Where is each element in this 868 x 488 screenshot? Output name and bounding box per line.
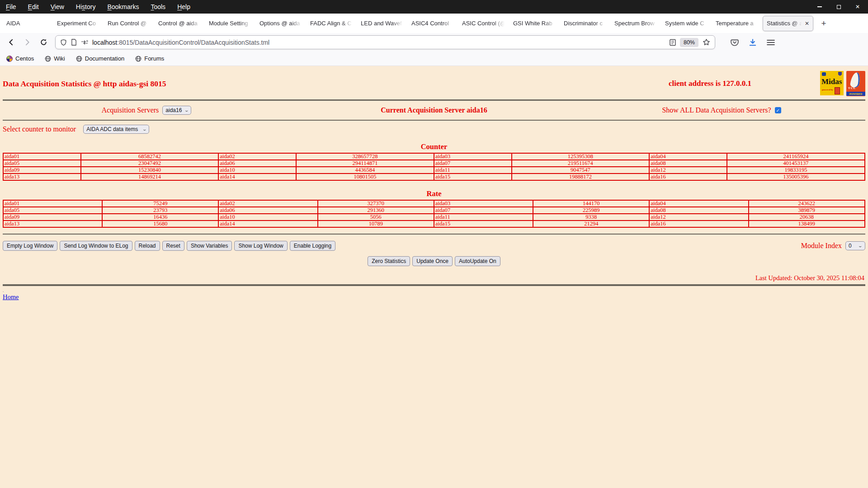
page-content: Data Acquisition Statistics @ http aidas… [0, 66, 868, 488]
new-tab-button[interactable]: + [817, 17, 830, 30]
page-header: Data Acquisition Statistics @ http aidas… [3, 66, 865, 96]
server-label-cell: aida03 [434, 200, 533, 207]
bookmark-centos[interactable]: Centos [6, 55, 34, 62]
close-button[interactable]: ✕ [854, 4, 861, 10]
tab-temperature-a[interactable]: Temperature a [712, 16, 763, 31]
show-all-servers-checkbox[interactable]: ✓ [775, 107, 781, 113]
server-label-cell: aida04 [649, 200, 748, 207]
shield-icon[interactable] [60, 39, 67, 46]
table-row: aida0168582742aida02328657728aida0312539… [3, 153, 865, 160]
empty-log-window-button[interactable]: Empty Log Window [3, 241, 57, 251]
server-label-cell: aida14 [218, 221, 317, 227]
update-controls-row: Zero StatisticsUpdate OnceAutoUpdate On [3, 256, 865, 266]
module-index-select[interactable]: 0⌄ [845, 241, 865, 250]
back-icon[interactable] [5, 36, 17, 49]
zoom-level-badge[interactable]: 80% [680, 38, 698, 47]
value-cell: 68582742 [81, 153, 219, 160]
menu-tools[interactable]: Tools [145, 3, 171, 10]
tab-control-aida[interactable]: Control @ aida [155, 16, 205, 31]
table-row: aida0915230840aida104436584aida119047547… [3, 167, 865, 174]
chevron-down-icon: ⌄ [142, 127, 147, 131]
tab-experiment-co[interactable]: Experiment Co [53, 16, 104, 31]
menu-file[interactable]: File [0, 3, 22, 10]
table-row: aida1314869214aida1410801505aida15198881… [3, 174, 865, 180]
value-cell: 15230840 [81, 167, 219, 174]
server-label-cell: aida02 [218, 200, 317, 207]
window-controls: ✕ [816, 4, 861, 10]
counter-heading: Counter [3, 142, 865, 151]
divider [3, 284, 865, 286]
tab-fadc-align-c[interactable]: FADC Align & C [307, 16, 357, 31]
enable-logging-button[interactable]: Enable Logging [290, 241, 335, 251]
value-cell: 19888172 [512, 174, 650, 180]
tab-asic-control[interactable]: ASIC Control (@ [458, 16, 509, 31]
acquisition-server-select[interactable]: aida16⌄ [162, 106, 191, 115]
server-label-cell: aida15 [434, 174, 512, 180]
tab-options-aida[interactable]: Options @ aida [256, 16, 307, 31]
value-cell: 19833195 [727, 167, 865, 174]
rate-heading: Rate [3, 189, 865, 198]
menu-view[interactable]: View [45, 3, 70, 10]
menu-history[interactable]: History [70, 3, 102, 10]
reset-button[interactable]: Reset [162, 241, 184, 251]
menu-help[interactable]: Help [171, 3, 196, 10]
tab-system-wide-c[interactable]: System wide C [661, 16, 712, 31]
tcl-powered-logo[interactable]: TCL POWERED [846, 71, 865, 96]
home-link[interactable]: Home [3, 293, 19, 301]
server-label-cell: aida05 [3, 207, 102, 214]
forward-icon[interactable] [21, 36, 33, 49]
chevron-down-icon: ⌄ [184, 108, 189, 113]
tab-spectrum-brow[interactable]: Spectrum Brow [611, 16, 661, 31]
server-label-cell: aida01 [3, 153, 81, 160]
tab-asic4-control[interactable]: ASIC4 Control [408, 16, 458, 31]
tab-statistics-a[interactable]: Statistics @ a✕ [763, 16, 813, 31]
last-updated: Last Updated: October 30, 2025 11:08:04 [3, 274, 865, 282]
server-label-cell: aida07 [434, 160, 512, 167]
server-label-cell: aida12 [649, 167, 727, 174]
downloads-icon[interactable] [749, 38, 757, 47]
reload-button[interactable]: Reload [135, 241, 160, 251]
maximize-button[interactable] [835, 4, 842, 10]
midas-logo[interactable]: Midas powered by [820, 71, 844, 95]
tab-aida[interactable]: AIDA [3, 16, 53, 31]
reader-mode-icon[interactable] [670, 39, 676, 46]
show-variables-button[interactable]: Show Variables [187, 241, 232, 251]
url-bar[interactable]: localhost:8015/DataAcquisitionControl/Da… [55, 35, 715, 49]
tab-gsi-white-rab[interactable]: GSI White Rab [509, 16, 560, 31]
tab-led-and-wavef[interactable]: LED and Wavef [357, 16, 408, 31]
update-once-button[interactable]: Update Once [412, 256, 453, 266]
menu-hamburger-icon[interactable] [767, 39, 775, 46]
minimize-button[interactable] [816, 4, 823, 10]
show-log-window-button[interactable]: Show Log Window [234, 241, 287, 251]
send-log-window-to-elog-button[interactable]: Send Log Window to ELog [60, 241, 132, 251]
value-cell: 401453137 [727, 160, 865, 167]
server-label-cell: aida01 [3, 200, 102, 207]
url-text[interactable]: localhost:8015/DataAcquisitionControl/Da… [92, 39, 665, 46]
tab-close-icon[interactable]: ✕ [805, 20, 809, 27]
value-cell: 9338 [533, 214, 649, 221]
value-cell: 16436 [102, 214, 218, 221]
page-info-icon[interactable] [71, 39, 77, 46]
server-label-cell: aida08 [649, 160, 727, 167]
tab-discriminator-c[interactable]: Discriminator c [560, 16, 611, 31]
bookmark-star-icon[interactable] [703, 38, 710, 46]
pocket-icon[interactable] [731, 38, 739, 47]
menu-edit[interactable]: Edit [22, 3, 45, 10]
zero-statistics-button[interactable]: Zero Statistics [368, 256, 410, 266]
bookmarks-toolbar: CentosWikiDocumentationForums [0, 52, 868, 66]
permissions-icon[interactable] [81, 40, 88, 45]
bookmark-forums[interactable]: Forums [135, 55, 164, 62]
tab-run-control[interactable]: Run Control @ [104, 16, 155, 31]
reload-icon[interactable] [37, 36, 50, 49]
menu-bookmarks[interactable]: Bookmarks [101, 3, 145, 10]
value-cell: 328657728 [296, 153, 434, 160]
client-address: client address is 127.0.0.1 [669, 79, 751, 88]
bookmark-documentation[interactable]: Documentation [76, 55, 124, 62]
footer-dot: . [3, 289, 865, 292]
autoupdate-on-button[interactable]: AutoUpdate On [455, 256, 500, 266]
table-row: aida0916436aida105056aida119338aida12206… [3, 214, 865, 221]
counter-type-select[interactable]: AIDA ADC data items⌄ [83, 125, 149, 134]
server-label-cell: aida07 [434, 207, 533, 214]
bookmark-wiki[interactable]: Wiki [45, 55, 65, 62]
tab-module-setting[interactable]: Module Setting [205, 16, 256, 31]
